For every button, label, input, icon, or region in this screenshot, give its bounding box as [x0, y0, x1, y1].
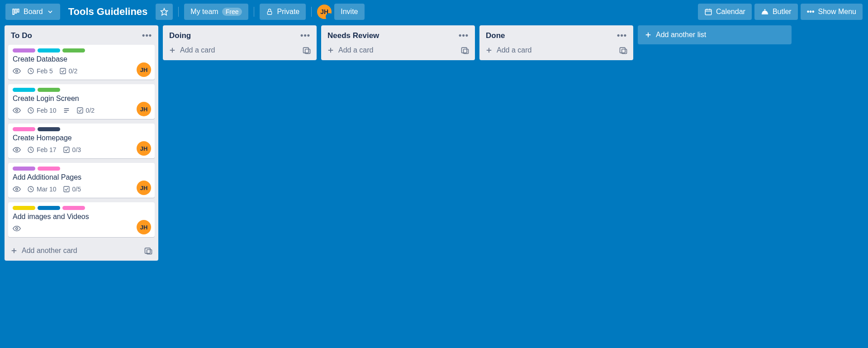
list-title[interactable]: To Do: [11, 31, 32, 40]
description-badge: [63, 107, 70, 114]
card-label[interactable]: [13, 48, 35, 52]
card-title: Create Login Screen: [13, 95, 150, 103]
svg-rect-1: [15, 9, 17, 13]
add-card-label: Add another card: [22, 247, 77, 255]
card-member-avatar[interactable]: JH: [137, 141, 151, 156]
team-label: My team: [190, 8, 218, 16]
calendar-label: Calendar: [716, 8, 745, 16]
card-label[interactable]: [62, 206, 85, 210]
visibility-label: Private: [277, 8, 299, 16]
add-card-button[interactable]: Add another card: [10, 247, 77, 255]
add-card-button[interactable]: Add a card: [485, 46, 531, 54]
card-badges: [13, 224, 150, 233]
card-label[interactable]: [38, 88, 60, 92]
separator: [311, 7, 312, 17]
card-label[interactable]: [38, 206, 60, 210]
card-label[interactable]: [13, 88, 35, 92]
card-label[interactable]: [38, 48, 60, 52]
card-label[interactable]: [13, 167, 35, 171]
chevron-down-icon: [47, 8, 54, 15]
svg-rect-10: [762, 14, 768, 14]
list-footer: Add a card: [321, 45, 475, 60]
list-footer: Add a card: [479, 45, 633, 60]
list-title[interactable]: Doing: [169, 31, 191, 40]
board-view-button[interactable]: Board: [5, 4, 60, 20]
board-title[interactable]: Tools Guidelines: [63, 6, 153, 18]
due-date-badge: Mar 10: [27, 186, 57, 193]
card[interactable]: Add Additional PagesMar 100/5JH: [8, 163, 155, 198]
list-footer: Add another card: [5, 242, 158, 261]
list-cards: Create DatabaseFeb 50/2JHCreate Login Sc…: [5, 45, 158, 242]
calendar-button[interactable]: Calendar: [698, 4, 752, 20]
card-badges: Mar 100/5: [13, 185, 150, 193]
card-labels: [13, 48, 150, 52]
team-button[interactable]: My team Free: [184, 4, 248, 20]
card-badges: Feb 170/3: [13, 146, 150, 154]
list-menu-button[interactable]: •••: [300, 31, 310, 40]
checklist-badge: 0/2: [59, 67, 77, 75]
card-label[interactable]: [62, 48, 85, 52]
due-date-badge: Feb 17: [27, 146, 57, 153]
card[interactable]: Create HomepageFeb 170/3JH: [8, 124, 155, 158]
card-badges: Feb 100/2: [13, 106, 150, 114]
list: To Do•••Create DatabaseFeb 50/2JHCreate …: [5, 25, 158, 261]
card-member-avatar[interactable]: JH: [137, 220, 151, 234]
separator: [178, 7, 179, 17]
svg-rect-5: [705, 10, 711, 15]
butler-label: Butler: [773, 8, 792, 16]
butler-button[interactable]: Butler: [754, 4, 798, 20]
card[interactable]: Create Login ScreenFeb 100/2JH: [8, 84, 155, 119]
list-menu-button[interactable]: •••: [459, 31, 469, 40]
plan-badge: Free: [222, 8, 242, 16]
card-template-button[interactable]: [302, 46, 311, 55]
card-label[interactable]: [38, 167, 60, 171]
list-menu-button[interactable]: •••: [617, 31, 627, 40]
board-view-label: Board: [24, 8, 43, 16]
lock-icon: [266, 8, 273, 15]
card[interactable]: Add images and VideosJH: [8, 202, 155, 237]
list-menu-button[interactable]: •••: [142, 31, 152, 40]
card-title: Add images and Videos: [13, 213, 150, 221]
due-date-badge: Feb 10: [27, 107, 57, 114]
visibility-button[interactable]: Private: [260, 4, 306, 20]
calendar-icon: [704, 8, 712, 16]
invite-button[interactable]: Invite: [334, 4, 364, 20]
card-template-button[interactable]: [619, 46, 628, 55]
svg-marker-3: [161, 9, 168, 15]
list: Done•••Add a card: [479, 25, 633, 60]
card-title: Create Database: [13, 55, 150, 63]
card-label[interactable]: [13, 127, 35, 131]
watch-badge: [13, 67, 21, 75]
ellipsis-icon: •••: [807, 8, 815, 16]
checklist-badge: 0/3: [63, 146, 81, 153]
card-member-avatar[interactable]: JH: [137, 181, 151, 195]
card-member-avatar[interactable]: JH: [137, 102, 151, 116]
list-title[interactable]: Done: [486, 31, 505, 40]
watch-badge: [13, 146, 21, 154]
butler-icon: [761, 8, 769, 16]
show-menu-button[interactable]: ••• Show Menu: [801, 4, 863, 20]
card-member-avatar[interactable]: JH: [137, 62, 151, 77]
card-template-button[interactable]: [144, 246, 153, 255]
svg-rect-2: [18, 9, 19, 12]
watch-badge: [13, 185, 21, 193]
list-footer: Add a card: [163, 45, 317, 60]
add-list-button[interactable]: Add another list: [638, 25, 792, 44]
board-view-icon: [12, 8, 20, 16]
add-card-button[interactable]: Add a card: [327, 46, 373, 54]
list-title[interactable]: Needs Review: [327, 31, 379, 40]
card-label[interactable]: [38, 127, 60, 131]
watch-badge: [13, 224, 21, 233]
member-avatar[interactable]: JH: [317, 5, 332, 19]
due-date-badge: Feb 5: [27, 67, 53, 75]
add-card-button[interactable]: Add a card: [168, 46, 215, 54]
card-label[interactable]: [13, 206, 35, 210]
checklist-badge: 0/5: [63, 186, 81, 193]
card[interactable]: Create DatabaseFeb 50/2JH: [8, 45, 155, 80]
card-template-button[interactable]: [460, 46, 470, 55]
card-labels: [13, 206, 150, 210]
show-menu-label: Show Menu: [818, 8, 857, 16]
card-labels: [13, 167, 150, 171]
star-button[interactable]: [156, 4, 173, 20]
watch-badge: [13, 106, 21, 114]
